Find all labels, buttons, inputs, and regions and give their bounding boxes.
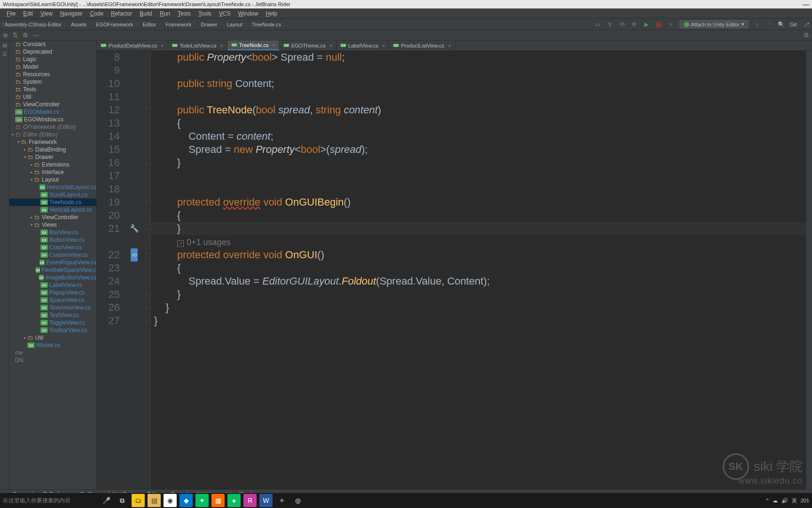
tree-row[interactable]: 🗀Logic — [9, 56, 96, 63]
code-line[interactable]: { — [150, 262, 806, 275]
rider-icon[interactable]: R — [243, 494, 257, 507]
menu-build[interactable]: Build — [136, 10, 156, 17]
debug-icon[interactable]: 🐞 — [655, 21, 663, 28]
tree-twisty[interactable]: ▸ — [29, 162, 34, 167]
code-line[interactable] — [150, 183, 806, 196]
menu-code[interactable]: Code — [86, 10, 107, 17]
gutter-mark[interactable] — [126, 143, 142, 156]
menu-vcs[interactable]: VCS — [215, 10, 234, 17]
editor-tab[interactable]: C#TreeNode.cs× — [227, 40, 280, 50]
tree-row[interactable]: 🗀System — [9, 78, 96, 86]
cortana-icon[interactable]: 🎤 — [100, 494, 113, 507]
tree-row[interactable]: C#LabelView.cs — [9, 281, 96, 289]
override-icon[interactable]: ↑O — [131, 248, 138, 262]
code-line[interactable] — [150, 64, 806, 77]
system-tray[interactable]: ^ ☁ 🔊 英 201 — [766, 497, 809, 504]
menu-edit[interactable]: Edit — [19, 10, 37, 17]
tree-twisty[interactable]: ▾ — [23, 155, 27, 159]
menu-help[interactable]: Help — [262, 10, 281, 17]
code-line[interactable]: protected override void OnGUI() — [150, 248, 806, 262]
gutter-mark[interactable] — [126, 156, 142, 169]
breadcrumb-item[interactable]: Drawer — [201, 22, 217, 27]
fold-marker[interactable]: ⌄ — [143, 222, 150, 235]
editor-tab[interactable]: C#ProductListView.cs× — [389, 40, 455, 50]
project-tool-icon[interactable]: ▤ — [2, 42, 7, 48]
word-icon[interactable]: W — [259, 494, 273, 507]
tree-row[interactable]: ▾🗀Views — [9, 221, 96, 229]
app-icon-4[interactable]: ● — [227, 494, 241, 507]
breadcrumb-item[interactable]: TreeNode.cs — [252, 22, 281, 27]
fold-marker[interactable]: ⌄ — [143, 301, 150, 314]
gutter-mark[interactable] — [126, 77, 142, 90]
tree-row[interactable]: DN — [9, 357, 96, 364]
code-line[interactable]: { — [150, 117, 806, 130]
breadcrumb-item[interactable]: Layout — [227, 22, 242, 27]
tray-ime-icon[interactable]: 英 — [792, 497, 797, 504]
menu-window[interactable]: Window — [234, 10, 262, 17]
code-line[interactable]: public Property<bool> Spread = null; — [150, 51, 806, 64]
breadcrumb-item[interactable]: EGOFramework — [96, 22, 133, 27]
gutter-mark[interactable] — [126, 169, 142, 183]
menu-refactor[interactable]: Refactor — [107, 10, 136, 17]
tree-twisty[interactable]: ▾ — [29, 177, 34, 182]
tree-row[interactable]: 🗀Resources — [9, 71, 96, 78]
gutter-mark[interactable] — [126, 262, 142, 275]
tray-cloud-icon[interactable]: ☁ — [773, 498, 778, 504]
app-icon-1[interactable]: ▤ — [148, 494, 161, 507]
minimize-icon[interactable]: — — [803, 0, 809, 8]
gutter-mark[interactable] — [126, 235, 142, 248]
breadcrumb-item[interactable]: Assets — [71, 22, 86, 27]
code-line[interactable]: } — [150, 288, 806, 301]
wechat-icon[interactable]: ✦ — [195, 494, 209, 507]
tree-twisty[interactable]: ▸ — [23, 335, 27, 340]
breadcrumb-item[interactable]: Editor — [143, 22, 156, 27]
app-icon-3[interactable]: ▦ — [211, 494, 225, 507]
fold-marker[interactable] — [143, 117, 150, 130]
fold-marker[interactable] — [143, 262, 150, 275]
target-icon[interactable]: ⊕ — [3, 32, 8, 39]
sync-icon[interactable]: ⟳ — [631, 21, 638, 28]
menu-run[interactable]: Run — [156, 10, 174, 17]
gutter-mark[interactable] — [126, 117, 142, 130]
fold-marker[interactable]: ⌄ — [143, 156, 150, 169]
tree-row[interactable]: ▾🗀Editor (Editor) — [9, 131, 96, 138]
fold-marker[interactable]: ⌃ — [143, 103, 150, 117]
explorer-icon[interactable]: 🗂 — [132, 494, 145, 507]
gutter-mark[interactable] — [126, 288, 142, 301]
tray-volume-icon[interactable]: 🔊 — [781, 498, 788, 504]
tree-row[interactable]: C#EGOModel.cs — [9, 108, 96, 116]
fold-marker[interactable]: ⌄ — [143, 288, 150, 301]
run-config-dropdown[interactable]: ⬤ Attach to Unity Editor ▾ — [679, 20, 749, 28]
tree-row[interactable]: ▾🗀Layout — [9, 176, 96, 183]
code-line[interactable]: public string Content; — [150, 77, 806, 90]
fold-marker[interactable] — [143, 209, 150, 222]
fold-marker[interactable]: ⌃ — [143, 196, 150, 209]
tree-row[interactable]: C#ScrollLayout.cs — [9, 191, 96, 198]
tree-row[interactable]: C#HorizontalLayout.cs — [9, 183, 96, 191]
tree-twisty[interactable]: ▾ — [16, 140, 21, 144]
gutter-mark[interactable] — [126, 130, 142, 143]
tree-row[interactable]: ▸🗀DataBinding — [9, 146, 96, 153]
code-line[interactable]: public TreeNode(bool spread, string cont… — [150, 103, 806, 117]
layout-icon[interactable]: ▭ — [594, 21, 601, 28]
close-icon[interactable]: × — [382, 43, 385, 48]
close-icon[interactable]: × — [273, 42, 275, 48]
filter-icon[interactable]: ⇅ — [13, 32, 18, 39]
gutter-mark[interactable] — [126, 103, 142, 117]
fold-marker[interactable] — [143, 51, 150, 64]
tree-row[interactable]: ▾🗀Framework — [9, 138, 96, 146]
fold-marker[interactable] — [143, 77, 150, 90]
gutter-mark[interactable] — [126, 301, 142, 314]
code-line[interactable]: Content = content; — [150, 130, 806, 143]
fold-marker[interactable] — [143, 169, 150, 183]
fold-marker[interactable] — [143, 235, 150, 248]
fold-marker[interactable] — [143, 90, 150, 103]
app-icon-2[interactable]: ◆ — [180, 494, 193, 507]
project-tree[interactable]: 🗀Constant🗀Deprecated🗀Logic🗀Model🗀Resourc… — [9, 40, 97, 489]
fold-marker[interactable] — [143, 64, 150, 77]
windows-taskbar[interactable]: 在这里输入你要搜索的内容 🎤 ⧉ 🗂 ▤ ◉ ◆ ✦ ▦ ● R W ✧ ◎ ^… — [0, 493, 812, 508]
tree-row[interactable]: C#CustomView.cs — [9, 251, 96, 259]
code-line[interactable]: } — [150, 301, 806, 314]
fold-marker[interactable] — [143, 130, 150, 143]
tree-row[interactable]: ▸🗀Extensions — [9, 161, 96, 168]
